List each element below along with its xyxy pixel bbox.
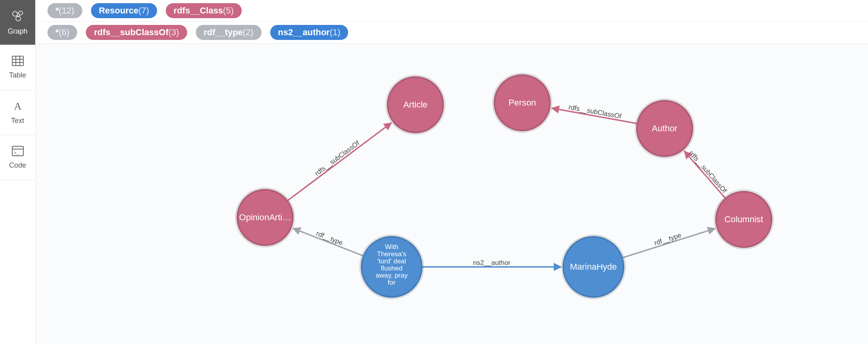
sidebar-graph-label: Graph — [8, 27, 27, 36]
sidebar-item-table[interactable]: Table — [0, 45, 35, 90]
pill-count: (7) — [138, 3, 149, 18]
pill-count: (1) — [330, 25, 340, 40]
edge-tag-pill-0[interactable]: *(6) — [47, 25, 77, 40]
node-article[interactable]: Article — [387, 76, 444, 133]
node-marina[interactable]: MarinaHyde — [563, 236, 624, 298]
edge-rdf__type[interactable] — [293, 229, 363, 256]
svg-text:A: A — [14, 100, 21, 112]
edge-label-1: rdfs__subClassOf — [568, 103, 622, 120]
node-label: Person — [508, 98, 536, 108]
node-label: MarinaHyde — [570, 262, 617, 272]
sidebar-code-label: Code — [9, 161, 26, 170]
sidebar-text-label: Text — [11, 117, 24, 125]
node-opinion[interactable]: OpinionArti… — [237, 189, 294, 246]
svg-rect-6 — [12, 56, 23, 66]
node-news[interactable]: WithTheresa's'turd' dealflushedaway, pra… — [361, 236, 423, 298]
sidebar-item-graph[interactable]: Graph — [0, 0, 35, 45]
svg-line-5 — [17, 13, 19, 13]
pill-name: rdfs__subClassOf — [94, 25, 168, 40]
pill-name: Resource — [99, 3, 138, 18]
edge-tag-pill-2[interactable]: rdf__type(2) — [196, 25, 262, 40]
edge-label-2: rdfs__subClassOf — [688, 149, 728, 195]
sidebar-item-code[interactable]: >_ Code — [0, 135, 35, 180]
node-label: OpinionArti… — [239, 212, 291, 222]
svg-point-1 — [19, 11, 23, 15]
sidebar-table-label: Table — [9, 71, 26, 79]
table-icon — [11, 55, 24, 68]
edge-tag-pill-1[interactable]: rdfs__subClassOf(3) — [86, 25, 187, 40]
node-label: Columnist — [724, 214, 763, 224]
pill-name: ns2__author — [278, 25, 330, 40]
node-label: Article — [403, 100, 427, 110]
node-person[interactable]: Person — [494, 74, 551, 131]
main: *(12)Resource(7)rdfs__Class(5) *(6)rdfs_… — [36, 0, 868, 344]
edge-rdfs__subClassOf[interactable] — [684, 151, 725, 198]
edge-label-5: ns2__author — [473, 259, 511, 267]
node-tag-pill-2[interactable]: rdfs__Class(5) — [166, 3, 242, 18]
node-tag-pill-1[interactable]: Resource(7) — [91, 3, 157, 18]
graph-canvas[interactable]: rdfs__subClassOfrdfs__subClassOfrdfs__su… — [36, 43, 868, 344]
node-label: Author — [652, 123, 678, 133]
graph-icon — [11, 9, 25, 24]
node-author[interactable]: Author — [636, 100, 693, 157]
pill-count: (5) — [223, 3, 234, 18]
node-columnist[interactable]: Columnist — [715, 191, 772, 248]
sidebar-item-text[interactable]: A Text — [0, 90, 35, 135]
edge-tag-pill-3[interactable]: ns2__author(1) — [270, 25, 349, 40]
edge-label-0: rdfs__subClassOf — [313, 139, 361, 177]
edge-rdf__type[interactable] — [623, 229, 715, 258]
tagbar-nodes: *(12)Resource(7)rdfs__Class(5) — [36, 0, 868, 22]
sidebar: Graph Table A Text >_ Code — [0, 0, 36, 344]
pill-count: (2) — [243, 25, 254, 40]
edge-rdfs__subClassOf[interactable] — [288, 123, 392, 200]
edge-label-3: rdf__type — [315, 230, 344, 247]
pill-count: (12) — [59, 3, 74, 18]
edge-label-4: rdf__type — [653, 231, 682, 247]
svg-text:>_: >_ — [14, 150, 19, 155]
code-icon: >_ — [11, 146, 24, 158]
pill-name: rdf__type — [204, 25, 243, 40]
pill-name: * — [55, 3, 59, 18]
node-tag-pill-0[interactable]: *(12) — [47, 3, 82, 18]
text-icon: A — [12, 100, 24, 113]
pill-name: * — [55, 25, 59, 40]
tagbar-edges: *(6)rdfs__subClassOf(3)rdf__type(2)ns2__… — [36, 22, 868, 43]
pill-count: (3) — [169, 25, 179, 40]
pill-name: rdfs__Class — [174, 3, 223, 18]
pill-count: (6) — [59, 25, 70, 40]
